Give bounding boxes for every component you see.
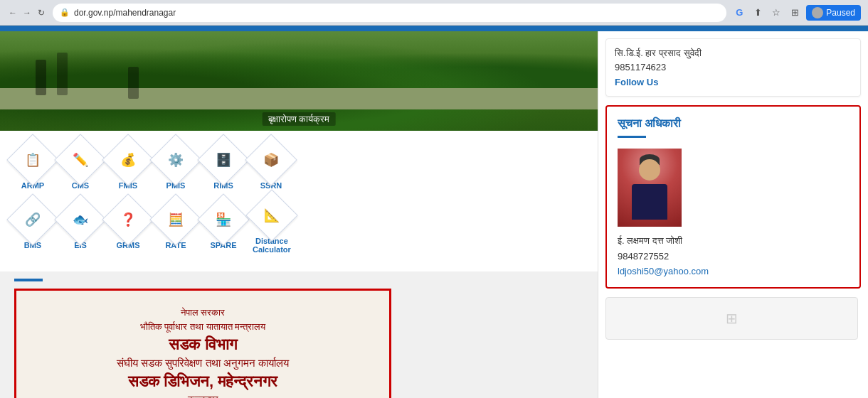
spare-icon: 🏪 — [216, 212, 231, 227]
top-officer-name: सि.डि.ई. हार प्रसाद सुवेदी — [615, 48, 852, 59]
fmis-icon: 💰 — [120, 152, 136, 168]
top-officer-phone: 9851174623 — [615, 62, 852, 72]
browser-chrome: ← → ↻ 🔒 dor.gov.np/mahendranagar G ⬆ ☆ ⊞… — [0, 0, 868, 26]
reload-button[interactable]: ↻ — [36, 7, 47, 18]
icon-distance-calc[interactable]: 📐 Distance Calculator — [253, 197, 291, 254]
cms-icon: ✏️ — [73, 152, 88, 168]
icon-rate[interactable]: 🧮 RATE — [157, 201, 194, 249]
photo-head — [639, 159, 660, 181]
sign-line-2: भौतिक पूर्वाधार तथा यातायात मन्त्रालय — [140, 321, 265, 333]
armp-diamond: 📋 — [6, 134, 59, 186]
bottom-card: ⊞ — [605, 297, 858, 340]
ssrn-diamond: 📦 — [245, 134, 297, 186]
grms-diamond: ❓ — [102, 193, 154, 246]
photo-body — [632, 184, 667, 220]
icon-pmis[interactable]: ⚙️ PMIS — [157, 141, 194, 190]
icons-row-1: 📋 ARMP ✏️ CMS 💰 FMIS — [14, 141, 583, 190]
pmis-icon: ⚙️ — [168, 152, 184, 168]
sign-line-1: नेपाल सरकार — [181, 307, 226, 318]
icons-row-2: 🔗 BMS 🐟 EIS ❓ GRMS — [14, 197, 583, 254]
icon-grms[interactable]: ❓ GRMS — [110, 201, 147, 249]
suchna-adhikari-card: सूचना अधिकारी ई. लक्षमण दत्त जोशी 984872… — [605, 105, 861, 289]
right-sidebar: सि.डि.ई. हार प्रसाद सुवेदी 9851174623 Fo… — [598, 31, 868, 398]
officer-photo-inner — [618, 149, 682, 227]
browser-right-icons: G ⬆ ☆ ⊞ Paused — [732, 5, 861, 21]
icon-armp[interactable]: 📋 ARMP — [14, 141, 51, 190]
blue-top-bar — [0, 26, 868, 31]
top-officer-card: सि.डि.ई. हार प्रसाद सुवेदी 9851174623 Fo… — [605, 38, 861, 97]
rate-diamond: 🧮 — [149, 193, 202, 246]
distance-calc-diamond: 📐 — [245, 189, 298, 242]
icon-eis[interactable]: 🐟 EIS — [62, 201, 99, 249]
url-text: dor.gov.np/mahendranagar — [74, 8, 176, 18]
grid-icon[interactable]: ⊞ — [788, 6, 802, 20]
back-button[interactable]: ← — [7, 7, 18, 18]
profile-avatar — [812, 7, 823, 18]
browser-nav-icons: ← → ↻ — [7, 7, 47, 18]
spare-diamond: 🏪 — [197, 193, 250, 246]
rims-icon: 🗄️ — [216, 152, 231, 168]
sign-line-6: कञ्चनपुर — [188, 394, 218, 398]
rate-icon: 🧮 — [168, 212, 184, 227]
sign-line-3: सडक विभाग — [169, 335, 236, 354]
address-bar[interactable]: 🔒 dor.gov.np/mahendranagar — [53, 4, 726, 22]
officer-name: ई. लक्षमण दत्त जोशी — [618, 235, 849, 247]
eis-icon: 🐟 — [73, 212, 88, 227]
share-icon[interactable]: ⬆ — [751, 6, 765, 20]
hero-caption: बृक्षारोपण कार्यक्रम — [263, 114, 336, 125]
ssrn-icon: 📦 — [263, 152, 279, 168]
officer-photo — [618, 149, 682, 227]
icon-cms[interactable]: ✏️ CMS — [62, 141, 99, 190]
distance-calc-icon: 📐 — [264, 208, 280, 223]
follow-us-link[interactable]: Follow Us — [615, 77, 852, 87]
hero-ground — [0, 88, 598, 109]
eis-diamond: 🐟 — [54, 193, 107, 246]
signboard: नेपाल सरकार भौतिक पूर्वाधार तथा यातायात … — [14, 289, 391, 398]
bms-icon: 🔗 — [25, 212, 41, 227]
bottom-card-icon: ⊞ — [726, 310, 738, 327]
paused-button[interactable]: Paused — [806, 5, 861, 21]
icons-grid: 📋 ARMP ✏️ CMS 💰 FMIS — [0, 131, 598, 271]
suchna-divider — [618, 136, 646, 138]
icon-rims[interactable]: 🗄️ RIMS — [205, 141, 242, 190]
paused-label: Paused — [826, 8, 855, 18]
google-icon[interactable]: G — [732, 6, 746, 20]
icon-fmis[interactable]: 💰 FMIS — [110, 141, 147, 190]
fmis-diamond: 💰 — [102, 134, 154, 186]
bms-diamond: 🔗 — [6, 193, 59, 246]
icon-ssrn[interactable]: 📦 SSRN — [253, 141, 290, 190]
sign-line-5: सडक डिभिजन, महेन्द्रनगर — [128, 372, 277, 391]
signboard-area: नेपाल सरकार भौतिक पूर्वाधार तथा यातायात … — [0, 271, 598, 398]
hero-area: बृक्षारोपण कार्यक्रम — [0, 31, 598, 131]
icon-bms[interactable]: 🔗 BMS — [14, 201, 51, 249]
left-content: बृक्षारोपण कार्यक्रम 📋 ARMP ✏️ CMS — [0, 31, 598, 398]
bookmark-icon[interactable]: ☆ — [769, 6, 783, 20]
forward-button[interactable]: → — [21, 7, 33, 18]
officer-phone: 9848727552 — [618, 251, 849, 262]
grms-icon: ❓ — [120, 212, 136, 227]
sign-line-4: संघीय सडक सुपरिवेक्षण तथा अनुगमन कार्याल… — [117, 357, 289, 370]
lock-icon: 🔒 — [60, 8, 70, 17]
officer-email[interactable]: ldjoshi50@yahoo.com — [618, 266, 849, 276]
page-wrapper: बृक्षारोपण कार्यक्रम 📋 ARMP ✏️ CMS — [0, 31, 868, 398]
pmis-diamond: ⚙️ — [149, 134, 202, 186]
rims-diamond: 🗄️ — [197, 134, 250, 186]
cms-diamond: ✏️ — [54, 134, 107, 186]
icon-spare[interactable]: 🏪 SPARE — [205, 201, 242, 249]
suchna-title: सूचना अधिकारी — [618, 117, 849, 130]
armp-icon: 📋 — [25, 152, 41, 168]
tab-indicator — [14, 279, 43, 281]
